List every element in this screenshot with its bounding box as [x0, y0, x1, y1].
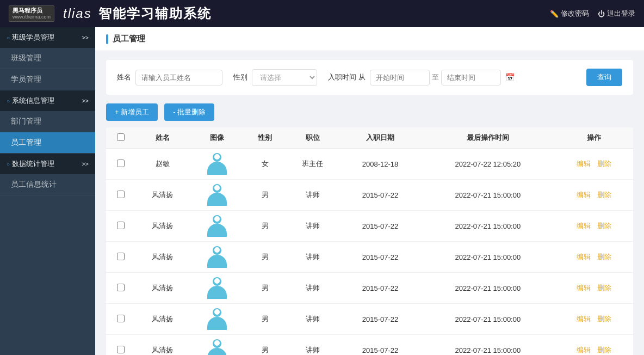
- table-row: 风清扬 男 讲师 2015-07-22 2022-07-21 15:00:00 …: [106, 304, 633, 335]
- row-gender: 男: [244, 335, 286, 356]
- row-position: 讲师: [286, 304, 339, 335]
- edit-button[interactable]: 编辑: [577, 346, 591, 354]
- delete-button[interactable]: 删除: [597, 253, 611, 261]
- app-title: tlias 智能学习辅助系统: [63, 5, 550, 22]
- table-row: 赵敏 女 班主任 2008-12-18 2022-07-22 12:05:20 …: [106, 149, 633, 180]
- row-actions: 编辑 删除: [555, 242, 633, 273]
- col-avatar: 图像: [189, 127, 244, 149]
- sidebar-item-emp-label: 员工管理: [11, 138, 41, 146]
- row-name: 风清扬: [135, 211, 189, 242]
- row-last-op: 2022-07-22 12:05:20: [420, 149, 555, 180]
- row-join-date: 2015-07-22: [340, 335, 421, 356]
- row-last-op: 2022-07-21 15:00:00: [420, 242, 555, 273]
- sidebar-item-emp-stats[interactable]: 员工信息统计: [0, 174, 95, 195]
- query-button[interactable]: 查询: [586, 69, 622, 86]
- batch-delete-button[interactable]: - 批量删除: [164, 103, 214, 121]
- edit-button[interactable]: 编辑: [577, 160, 591, 168]
- row-avatar: [189, 304, 244, 335]
- edit-button[interactable]: 编辑: [577, 191, 591, 199]
- delete-button[interactable]: 删除: [597, 222, 611, 230]
- delete-button[interactable]: 删除: [597, 191, 611, 199]
- sidebar-group-system-mgmt[interactable]: ○ 系统信息管理 >>: [0, 90, 95, 111]
- row-join-date: 2015-07-22: [340, 273, 421, 304]
- edit-button[interactable]: 编辑: [577, 315, 591, 323]
- sidebar-group-stats-mgmt[interactable]: ○ 数据统计管理 >>: [0, 154, 95, 174]
- date-end-input[interactable]: [441, 70, 501, 85]
- col-action: 操作: [555, 127, 633, 149]
- table-row: 风清扬 男 讲师 2015-07-22 2022-07-21 15:00:00 …: [106, 335, 633, 356]
- row-gender: 男: [244, 273, 286, 304]
- gender-label: 性别: [233, 72, 247, 82]
- table-row: 风清扬 男 讲师 2015-07-22 2022-07-21 15:00:00 …: [106, 180, 633, 211]
- date-start-input[interactable]: [370, 70, 430, 85]
- row-join-date: 2008-12-18: [340, 149, 421, 180]
- row-checkbox[interactable]: [117, 284, 125, 291]
- sidebar-item-student-manage[interactable]: 学员管理: [0, 69, 95, 90]
- row-avatar: [189, 335, 244, 356]
- row-name: 赵敏: [135, 149, 189, 180]
- title-italic: tlias: [63, 6, 92, 21]
- delete-button[interactable]: 删除: [597, 315, 611, 323]
- date-label: 入职时间 从: [328, 72, 366, 82]
- arrow-icon: >>: [82, 34, 89, 41]
- arrow-icon2: >>: [82, 97, 89, 104]
- row-gender: 女: [244, 149, 286, 180]
- change-password-button[interactable]: ✏️ 修改密码: [550, 9, 589, 19]
- date-range: 至 📅: [370, 70, 515, 85]
- add-emp-button[interactable]: + 新增员工: [106, 103, 158, 121]
- row-position: 班主任: [286, 149, 339, 180]
- edit-button[interactable]: 编辑: [577, 253, 591, 261]
- sidebar-group-class-mgmt[interactable]: ○ 班级学员管理 >>: [0, 27, 95, 48]
- sidebar-group-stats-label: 数据统计管理: [12, 159, 54, 169]
- row-checkbox[interactable]: [117, 222, 125, 229]
- row-actions: 编辑 删除: [555, 149, 633, 180]
- row-checkbox-cell: [106, 335, 135, 356]
- row-last-op: 2022-07-21 15:00:00: [420, 273, 555, 304]
- sidebar-item-dept-manage[interactable]: 部门管理: [0, 111, 95, 132]
- bullet-icon2: ○: [7, 98, 10, 104]
- logout-button[interactable]: ⏻ 退出登录: [598, 9, 635, 19]
- row-name: 风清扬: [135, 335, 189, 356]
- col-position: 职位: [286, 127, 339, 149]
- emp-table: 姓名 图像 性别 职位 入职日期 最后操作时间 操作 赵敏: [106, 127, 633, 355]
- sidebar-item-student-label: 学员管理: [11, 75, 41, 83]
- logo-line1: 黑马程序员: [13, 7, 51, 14]
- emp-table-container: 姓名 图像 性别 职位 入职日期 最后操作时间 操作 赵敏: [106, 127, 633, 355]
- delete-button[interactable]: 删除: [597, 284, 611, 292]
- table-header-row: 姓名 图像 性别 职位 入职日期 最后操作时间 操作: [106, 127, 633, 149]
- row-position: 讲师: [286, 273, 339, 304]
- row-checkbox[interactable]: [117, 315, 125, 322]
- delete-button[interactable]: 删除: [597, 346, 611, 354]
- row-join-date: 2015-07-22: [340, 180, 421, 211]
- row-avatar: [189, 273, 244, 304]
- sidebar-item-emp-manage[interactable]: 员工管理: [0, 132, 95, 154]
- row-checkbox[interactable]: [117, 253, 125, 260]
- sidebar-item-class-manage[interactable]: 班级管理: [0, 48, 95, 69]
- edit-button[interactable]: 编辑: [577, 284, 591, 292]
- sidebar-item-emp-stats-label: 员工信息统计: [11, 180, 57, 188]
- select-all-checkbox[interactable]: [117, 133, 125, 141]
- main-content: 员工管理 姓名 性别 请选择 男 女 入职时间 从: [95, 27, 644, 355]
- search-name-item: 姓名: [117, 70, 222, 85]
- search-gender-item: 性别 请选择 男 女: [233, 69, 317, 86]
- row-name: 风清扬: [135, 242, 189, 273]
- row-avatar: [189, 180, 244, 211]
- row-avatar: [189, 211, 244, 242]
- col-last-op: 最后操作时间: [420, 127, 555, 149]
- header-actions: ✏️ 修改密码 ⏻ 退出登录: [550, 9, 635, 19]
- row-checkbox[interactable]: [117, 346, 125, 353]
- col-join-date: 入职日期: [340, 127, 421, 149]
- gender-select[interactable]: 请选择 男 女: [252, 69, 317, 86]
- edit-button[interactable]: 编辑: [577, 222, 591, 230]
- row-checkbox[interactable]: [117, 160, 125, 167]
- row-checkbox-cell: [106, 211, 135, 242]
- table-row: 风清扬 男 讲师 2015-07-22 2022-07-21 15:00:00 …: [106, 211, 633, 242]
- row-position: 讲师: [286, 335, 339, 356]
- delete-button[interactable]: 删除: [597, 160, 611, 168]
- row-checkbox-cell: [106, 180, 135, 211]
- key-icon: ✏️: [550, 10, 559, 18]
- row-checkbox[interactable]: [117, 191, 125, 198]
- name-label: 姓名: [117, 72, 131, 82]
- name-input[interactable]: [135, 70, 222, 85]
- row-name: 风清扬: [135, 304, 189, 335]
